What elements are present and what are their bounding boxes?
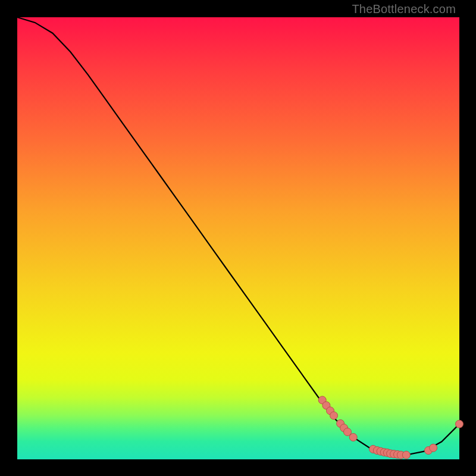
- data-marker: [330, 412, 338, 419]
- chart-frame: TheBottleneck.com: [0, 0, 476, 476]
- bottleneck-curve: [17, 17, 459, 455]
- data-marker: [402, 451, 410, 459]
- chart-svg: [17, 17, 459, 459]
- data-marker: [430, 444, 437, 452]
- data-marker: [456, 420, 464, 428]
- marker-group: [318, 396, 463, 459]
- data-marker: [349, 433, 357, 441]
- watermark-text: TheBottleneck.com: [352, 2, 456, 16]
